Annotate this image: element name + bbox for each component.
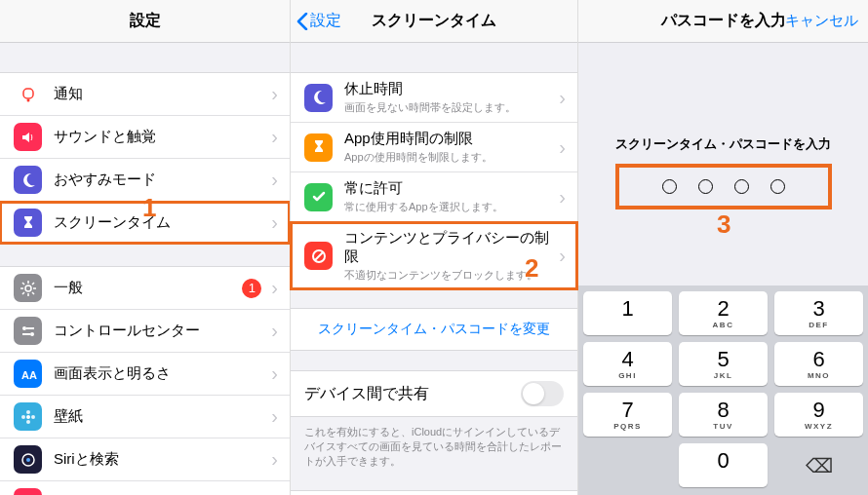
settings-row[interactable]: 壁紙›: [0, 396, 290, 438]
settings-group: 一般1›コントロールセンター›AA画面表示と明るさ›壁紙›Siriと検索›Tou…: [0, 266, 290, 495]
settings-row[interactable]: Touch IDとパスコード›: [0, 481, 290, 495]
back-button[interactable]: 設定: [296, 11, 341, 31]
svg-rect-4: [26, 327, 34, 329]
svg-point-5: [30, 332, 34, 336]
numeric-keypad: 1 2ABC3DEF4GHI5JKL6MNO7PQRS8TUV9WXYZ0 ⌫: [578, 286, 868, 495]
hourglass-icon: [14, 209, 42, 237]
settings-row[interactable]: AA画面表示と明るさ›: [0, 353, 290, 396]
siri-icon: [14, 445, 42, 474]
passcode-dots: [616, 165, 831, 209]
key-letters: JKL: [714, 371, 733, 380]
chevron-right-icon: ›: [271, 491, 278, 495]
key-number: 5: [717, 349, 729, 370]
row-label: 通知: [54, 85, 271, 103]
row-label: 一般: [54, 279, 242, 297]
header: 設定: [0, 0, 290, 43]
screentime-screen: 設定 スクリーンタイム 休止時間画面を見ない時間帯を設定します。›App使用時間…: [290, 0, 578, 495]
svg-point-14: [26, 458, 30, 462]
keypad-key-0[interactable]: 0: [679, 443, 768, 487]
share-across-devices-row[interactable]: デバイス間で共有: [291, 370, 577, 417]
passcode-screen: パスコードを入力 キャンセル スクリーンタイム・パスコードを入力 3 1 2AB…: [578, 0, 868, 495]
settings-row[interactable]: 休止時間画面を見ない時間帯を設定します。›: [291, 73, 577, 123]
row-label: 常に許可: [344, 179, 559, 198]
chevron-right-icon: ›: [271, 277, 278, 299]
keypad-key-6[interactable]: 6MNO: [774, 342, 863, 386]
keypad-key-1[interactable]: 1: [583, 291, 672, 335]
row-label: Siriと検索: [54, 450, 271, 469]
key-number: 8: [717, 400, 729, 421]
settings-row[interactable]: 一般1›: [0, 267, 290, 310]
key-letters: DEF: [809, 321, 829, 329]
share-footer-note: これを有効にすると、iCloudにサインインしているデバイスすべての画面を見てい…: [291, 417, 577, 476]
moon-icon: [14, 166, 42, 194]
chevron-right-icon: ›: [271, 126, 278, 148]
annotation-1: 1: [142, 193, 156, 223]
passcode-dot: [662, 179, 677, 194]
passcode-dot: [698, 179, 713, 194]
change-passcode-link[interactable]: スクリーンタイム・パスコードを変更: [291, 308, 577, 351]
cancel-button[interactable]: キャンセル: [785, 12, 858, 30]
keypad-blank: [583, 443, 672, 487]
badge: 1: [242, 279, 261, 298]
chevron-right-icon: ›: [559, 136, 566, 159]
row-label: 壁紙: [54, 407, 271, 426]
flower-icon: [14, 402, 42, 431]
row-label: 画面表示と明るさ: [54, 364, 271, 383]
header-title: スクリーンタイム: [372, 11, 496, 31]
switch-off-icon[interactable]: [521, 381, 564, 406]
passcode-instruction: スクリーンタイム・パスコードを入力: [578, 135, 868, 153]
row-label: 休止時間: [344, 80, 559, 98]
svg-rect-0: [23, 89, 33, 98]
settings-row[interactable]: サウンドと触覚›: [0, 116, 290, 159]
settings-row[interactable]: App使用時間の制限Appの使用時間を制限します。›: [291, 123, 577, 172]
key-number: 9: [812, 400, 824, 421]
key-letters: TUV: [713, 422, 733, 431]
chevron-right-icon: ›: [271, 320, 278, 342]
key-number: 6: [812, 349, 824, 370]
row-subtitle: 常に使用するAppを選択します。: [344, 200, 559, 214]
passcode-dot: [734, 179, 749, 194]
chevron-left-icon: [296, 13, 308, 30]
keypad-key-4[interactable]: 4GHI: [583, 342, 672, 386]
turn-off-screentime[interactable]: スクリーンタイムをオフにする: [291, 490, 577, 495]
svg-point-8: [26, 415, 30, 419]
row-label: コントロールセンター: [54, 322, 271, 340]
key-number: 7: [621, 400, 633, 421]
svg-point-2: [25, 286, 31, 291]
annotation-2: 2: [525, 253, 538, 284]
keypad-key-8[interactable]: 8TUV: [679, 393, 768, 437]
key-number: 0: [717, 450, 729, 472]
keypad-key-5[interactable]: 5JKL: [679, 342, 768, 386]
svg-point-9: [26, 410, 30, 414]
touch-icon: [14, 488, 42, 495]
chevron-right-icon: ›: [271, 405, 278, 428]
header: 設定 スクリーンタイム: [291, 0, 577, 43]
gear-icon: [14, 274, 42, 302]
key-letters: MNO: [808, 371, 830, 380]
keypad-key-9[interactable]: 9WXYZ: [774, 393, 863, 437]
chevron-right-icon: ›: [559, 245, 566, 267]
svg-point-10: [26, 420, 30, 424]
svg-point-12: [31, 415, 35, 419]
bell-icon: [14, 80, 42, 108]
key-letters: WXYZ: [805, 422, 833, 431]
settings-row[interactable]: 通知›: [0, 73, 290, 116]
svg-point-3: [22, 326, 26, 330]
row-label: App使用時間の制限: [344, 130, 559, 148]
backspace-key[interactable]: ⌫: [774, 443, 863, 487]
share-label: デバイス間で共有: [304, 384, 429, 404]
keypad-key-7[interactable]: 7PQRS: [583, 393, 672, 437]
switches-icon: [14, 317, 42, 345]
row-subtitle: 画面を見ない時間帯を設定します。: [344, 100, 559, 115]
keypad-key-2[interactable]: 2ABC: [679, 291, 768, 335]
settings-row[interactable]: Siriと検索›: [0, 438, 290, 481]
chevron-right-icon: ›: [271, 211, 278, 234]
svg-rect-6: [22, 333, 30, 335]
settings-row[interactable]: コントロールセンター›: [0, 310, 290, 353]
row-label: おやすみモード: [54, 171, 271, 189]
backspace-icon: ⌫: [806, 454, 833, 477]
settings-row[interactable]: 常に許可常に使用するAppを選択します。›: [291, 172, 577, 222]
keypad-key-3[interactable]: 3DEF: [774, 291, 863, 335]
row-label: スクリーンタイム: [54, 213, 271, 232]
key-letters: PQRS: [613, 422, 642, 431]
